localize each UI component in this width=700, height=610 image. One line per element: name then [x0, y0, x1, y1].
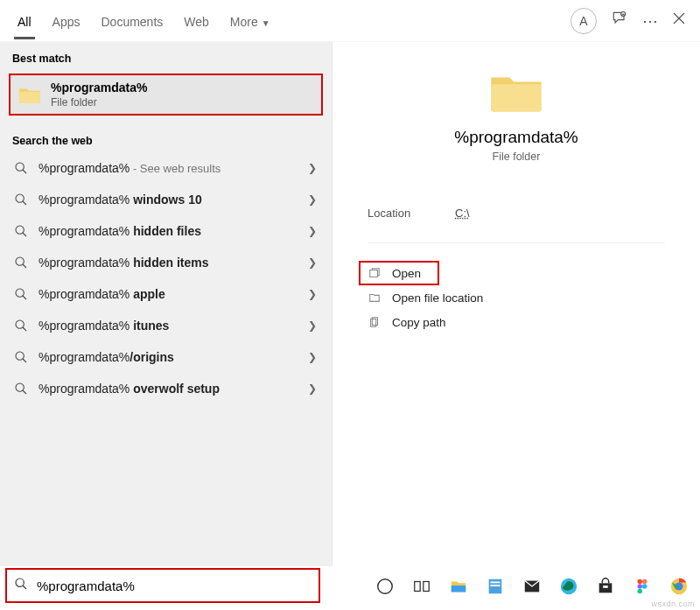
tab-apps[interactable]: Apps — [42, 3, 91, 39]
preview-title: %programdata% — [350, 128, 682, 147]
svg-line-18 — [23, 390, 26, 394]
svg-point-36 — [642, 579, 648, 585]
preview-subtitle: File folder — [350, 151, 682, 163]
svg-line-4 — [23, 170, 26, 173]
web-result-2[interactable]: %programdata% hidden files❯ — [0, 215, 332, 247]
tab-documents[interactable]: Documents — [90, 3, 173, 39]
search-box[interactable] — [5, 568, 320, 603]
svg-point-39 — [638, 589, 643, 594]
chevron-right-icon: ❯ — [305, 225, 319, 237]
search-icon — [12, 317, 30, 334]
web-result-3[interactable]: %programdata% hidden items❯ — [0, 247, 332, 278]
chevron-right-icon: ❯ — [305, 162, 319, 174]
web-result-text: %programdata% hidden items — [38, 256, 305, 270]
svg-point-17 — [16, 383, 24, 391]
taskbar-edge-icon[interactable] — [556, 574, 581, 599]
svg-point-35 — [638, 579, 643, 585]
chevron-right-icon: ❯ — [305, 382, 319, 395]
folder-icon — [18, 82, 42, 107]
svg-point-11 — [16, 289, 24, 297]
tab-all[interactable]: All — [7, 3, 42, 39]
svg-rect-33 — [603, 585, 606, 588]
taskbar-notepad-icon[interactable] — [483, 574, 508, 599]
web-result-1[interactable]: %programdata% windows 10❯ — [0, 184, 332, 215]
taskbar-figma-icon[interactable] — [630, 574, 654, 599]
search-web-label: Search the web — [0, 124, 332, 152]
svg-point-3 — [16, 163, 24, 171]
chevron-right-icon: ❯ — [305, 319, 319, 332]
web-result-5[interactable]: %programdata% itunes❯ — [0, 310, 332, 341]
taskbar-mail-icon[interactable] — [520, 574, 544, 599]
tab-web[interactable]: Web — [173, 3, 220, 39]
svg-point-22 — [16, 578, 24, 586]
web-result-text: %programdata%/origins — [38, 350, 305, 364]
web-result-4[interactable]: %programdata% apple❯ — [0, 278, 332, 310]
best-match-subtitle: File folder — [51, 96, 147, 109]
svg-point-24 — [378, 579, 393, 594]
web-result-6[interactable]: %programdata%/origins❯ — [0, 341, 332, 373]
action-label: Open — [392, 267, 421, 280]
divider — [368, 242, 665, 243]
svg-point-13 — [16, 320, 24, 328]
web-result-text: %programdata% overwolf setup — [38, 382, 305, 396]
svg-line-14 — [23, 327, 26, 331]
svg-rect-25 — [415, 582, 420, 592]
action-open-file-location[interactable]: Open file location — [359, 285, 674, 310]
action-open[interactable]: Open — [359, 261, 439, 285]
web-result-text: %programdata% itunes — [38, 319, 305, 333]
svg-point-15 — [16, 352, 24, 360]
best-match-title: %programdata% — [51, 81, 147, 95]
svg-rect-26 — [424, 582, 429, 592]
avatar[interactable]: A — [570, 8, 597, 34]
svg-line-6 — [23, 201, 26, 205]
svg-rect-19 — [370, 270, 378, 277]
chevron-down-icon: ▼ — [262, 18, 270, 28]
taskbar-explorer-icon[interactable] — [446, 574, 471, 599]
search-icon — [12, 348, 30, 366]
more-icon[interactable]: ⋯ — [642, 11, 658, 31]
chevron-right-icon: ❯ — [305, 193, 319, 206]
action-copy-path[interactable]: Copy path — [359, 310, 674, 334]
taskbar-cortana-icon[interactable] — [373, 574, 397, 599]
taskbar-store-icon[interactable] — [593, 574, 618, 599]
search-icon — [12, 222, 30, 240]
svg-point-7 — [16, 226, 24, 234]
search-input[interactable] — [35, 578, 312, 594]
web-result-7[interactable]: %programdata% overwolf setup❯ — [0, 373, 332, 404]
watermark: wsxdn.com — [651, 599, 695, 608]
search-icon — [12, 254, 30, 271]
svg-point-37 — [638, 584, 643, 589]
tab-more[interactable]: More▼ — [220, 3, 281, 39]
svg-point-38 — [642, 584, 648, 589]
web-result-0[interactable]: %programdata% - See web results❯ — [0, 152, 332, 184]
action-label: Open file location — [392, 291, 483, 305]
svg-line-23 — [23, 585, 26, 589]
svg-rect-29 — [491, 585, 500, 586]
action-icon — [368, 315, 382, 329]
taskbar-taskview-icon[interactable] — [410, 574, 434, 599]
svg-line-8 — [23, 233, 26, 236]
best-match-label: Best match — [0, 42, 332, 70]
taskbar-chrome-icon[interactable] — [667, 574, 691, 599]
web-result-text: %programdata% windows 10 — [38, 193, 305, 207]
close-icon[interactable] — [672, 11, 686, 30]
chevron-right-icon: ❯ — [305, 288, 319, 300]
web-result-text: %programdata% - See web results — [38, 161, 305, 175]
svg-line-10 — [23, 264, 26, 268]
svg-rect-28 — [491, 582, 500, 584]
action-icon — [368, 266, 382, 280]
location-label: Location — [368, 207, 455, 220]
web-result-text: %programdata% hidden files — [38, 224, 305, 238]
feedback-icon[interactable] — [611, 10, 628, 32]
action-label: Copy path — [392, 316, 446, 329]
web-result-text: %programdata% apple — [38, 287, 305, 301]
search-icon — [12, 380, 30, 397]
chevron-right-icon: ❯ — [305, 256, 319, 269]
svg-rect-34 — [606, 585, 608, 588]
search-icon — [12, 285, 30, 303]
search-icon — [12, 159, 30, 177]
chevron-right-icon: ❯ — [305, 351, 319, 363]
folder-icon-large — [350, 68, 682, 117]
best-match-result[interactable]: %programdata% File folder — [9, 74, 323, 116]
location-value[interactable]: C:\ — [455, 207, 470, 220]
